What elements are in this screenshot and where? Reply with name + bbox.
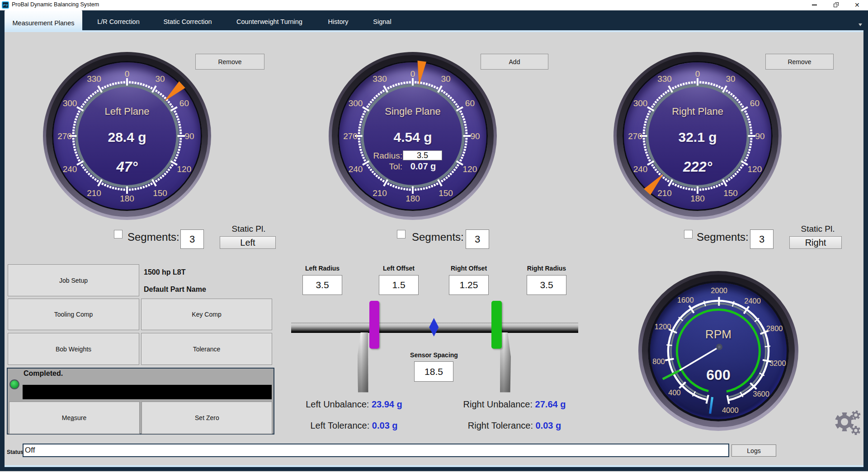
svg-text:180: 180 (406, 194, 420, 203)
svg-text:150: 150 (439, 188, 453, 198)
svg-text:1600: 1600 (677, 296, 694, 304)
svg-text:0: 0 (410, 69, 415, 79)
svg-text:30: 30 (441, 74, 450, 84)
svg-text:180: 180 (120, 194, 134, 203)
svg-text:2400: 2400 (744, 297, 761, 305)
svg-text:4000: 4000 (722, 406, 739, 414)
svg-text:150: 150 (723, 188, 738, 198)
svg-text:180: 180 (690, 194, 705, 203)
svg-text:3200: 3200 (769, 359, 786, 367)
svg-text:30: 30 (726, 74, 735, 84)
svg-text:210: 210 (87, 188, 101, 198)
svg-text:2000: 2000 (711, 286, 727, 294)
svg-text:3600: 3600 (753, 390, 769, 398)
svg-text:330: 330 (657, 74, 672, 84)
svg-text:800: 800 (652, 357, 665, 365)
svg-text:400: 400 (668, 388, 681, 397)
svg-text:150: 150 (153, 188, 167, 198)
svg-text:0: 0 (125, 69, 130, 79)
svg-text:120: 120 (463, 164, 477, 174)
svg-text:330: 330 (87, 74, 101, 84)
svg-text:210: 210 (373, 188, 387, 198)
svg-text:30: 30 (155, 74, 165, 84)
svg-text:330: 330 (373, 74, 387, 84)
svg-text:210: 210 (657, 188, 672, 198)
svg-text:0: 0 (695, 69, 700, 79)
